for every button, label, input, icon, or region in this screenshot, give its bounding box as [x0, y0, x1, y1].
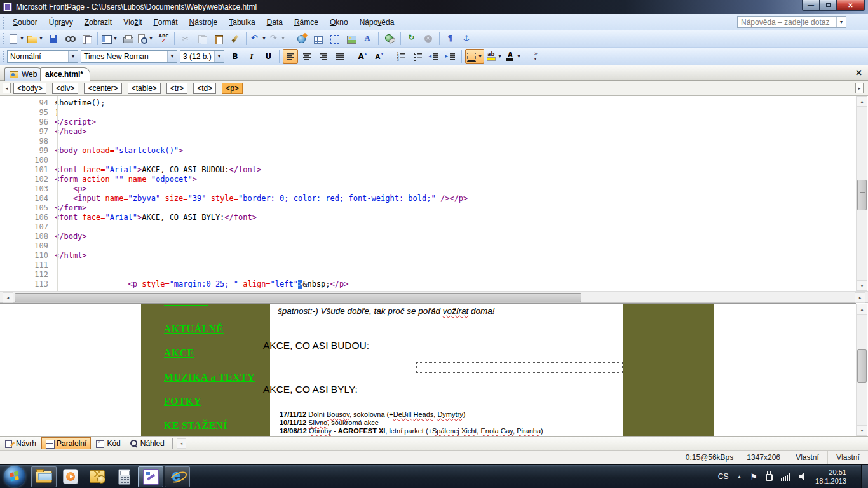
align-left-button[interactable]: [283, 49, 298, 64]
tag-center[interactable]: <center>: [84, 83, 121, 94]
menu-item[interactable]: Zobrazit: [79, 16, 118, 29]
toolbar-grip[interactable]: [2, 16, 5, 29]
preview-view-button[interactable]: Náhled: [126, 437, 168, 449]
tag-scroll-left-icon[interactable]: ◂: [3, 83, 11, 93]
bookmark-button[interactable]: [459, 31, 475, 46]
dropdown-arrow-icon[interactable]: [261, 31, 268, 46]
dropdown-arrow-icon[interactable]: [37, 31, 44, 46]
align-right-button[interactable]: [316, 49, 331, 64]
font-size-select[interactable]: 3 (12 b.): [180, 50, 224, 63]
dropdown-arrow-icon[interactable]: [477, 49, 484, 64]
split-view-button[interactable]: Paralelní: [41, 437, 91, 449]
code-horizontal-scrollbar[interactable]: ◂ ▸: [0, 291, 868, 303]
menu-item[interactable]: Rámce: [288, 16, 324, 29]
nav-link[interactable]: AKCE: [164, 348, 194, 359]
menu-item[interactable]: Data: [261, 16, 288, 29]
print-preview-button[interactable]: [137, 31, 154, 46]
code-editor-pane[interactable]: 94showtime();95}96</script>97</head>9899…: [0, 96, 856, 291]
menu-item[interactable]: Nápověda: [354, 16, 400, 29]
insert-picture-button[interactable]: [343, 31, 358, 46]
code-vertical-scrollbar[interactable]: ▴ ▾: [856, 96, 867, 291]
design-vertical-scrollbar[interactable]: ▴ ▾: [856, 304, 867, 436]
calculator-taskbar-button[interactable]: [111, 466, 137, 487]
insert-table-button[interactable]: [310, 31, 325, 46]
countdown-form-field[interactable]: [416, 362, 623, 373]
spelling-button[interactable]: [156, 31, 171, 46]
indent-button[interactable]: [443, 49, 458, 64]
dropdown-arrow-icon[interactable]: [147, 31, 154, 46]
close-button[interactable]: ✕: [837, 0, 865, 11]
nav-link[interactable]: KE STAŽENÍ: [164, 420, 227, 431]
refresh-button[interactable]: [404, 31, 419, 46]
borders-button[interactable]: [465, 49, 484, 64]
shrink-font-button[interactable]: [371, 49, 386, 64]
tab-akce-html[interactable]: akce.html*: [40, 67, 90, 81]
format-painter-button[interactable]: [227, 31, 243, 46]
scroll-down-icon[interactable]: ▾: [857, 280, 867, 291]
clock[interactable]: 20:51 18.1.2013: [815, 468, 846, 485]
windows-explorer-taskbar-button[interactable]: [31, 466, 57, 487]
toolbar-grip[interactable]: [2, 50, 5, 64]
outdent-button[interactable]: [426, 49, 442, 64]
volume-speaker-icon[interactable]: [799, 473, 807, 481]
frontpage-taskbar-button[interactable]: [138, 466, 163, 487]
design-vscroll-thumb[interactable]: [857, 349, 867, 383]
highlight-button[interactable]: [485, 49, 503, 64]
menu-item[interactable]: Úpravy: [43, 16, 79, 29]
outlook-taskbar-button[interactable]: [85, 466, 110, 487]
code-hscroll-thumb[interactable]: [15, 293, 581, 302]
tag-td[interactable]: <td>: [193, 83, 216, 94]
menu-item[interactable]: Soubor: [7, 16, 43, 29]
design-view-button[interactable]: Návrh: [1, 437, 40, 449]
hyperlink-button[interactable]: [382, 31, 397, 46]
drawing-button[interactable]: [360, 31, 375, 46]
web-component-button[interactable]: [294, 31, 309, 46]
bullet-list-button[interactable]: [410, 49, 425, 64]
media-player-taskbar-button[interactable]: [58, 466, 83, 487]
italic-button[interactable]: [244, 49, 259, 64]
design-view-pane[interactable]: KAPELAAKTUÁLNĚAKCEMUZIKA a TEXTYFOTKYKE …: [0, 303, 856, 436]
numbered-list-button[interactable]: [393, 49, 409, 64]
design-scroll-left-icon[interactable]: ◂: [177, 438, 186, 449]
paste-button[interactable]: [211, 31, 226, 46]
action-center-flag-icon[interactable]: ⚑: [750, 472, 757, 482]
menu-item[interactable]: Formát: [147, 16, 183, 29]
network-signal-icon[interactable]: [781, 473, 790, 481]
menu-item[interactable]: Nástroje: [184, 16, 224, 29]
font-select[interactable]: Times New Roman: [81, 50, 177, 63]
nav-link[interactable]: KAPELA: [164, 303, 208, 307]
nav-link[interactable]: MUZIKA a TEXTY: [164, 372, 255, 383]
style-select[interactable]: Normální: [7, 50, 78, 63]
find-button[interactable]: [62, 31, 78, 46]
tag-tr[interactable]: <tr>: [166, 83, 187, 94]
print-button[interactable]: [120, 31, 135, 46]
show-desktop-button[interactable]: [861, 465, 868, 488]
chevron-down-icon[interactable]: [167, 51, 177, 62]
tag-div[interactable]: <div>: [52, 83, 78, 94]
start-button[interactable]: [4, 466, 25, 487]
tag-table[interactable]: <table>: [128, 83, 161, 94]
dropdown-arrow-icon[interactable]: [18, 31, 25, 46]
dropdown-arrow-icon[interactable]: [112, 31, 119, 46]
tag-body[interactable]: <body>: [13, 83, 46, 94]
undo-button[interactable]: [250, 31, 268, 46]
scroll-right-icon[interactable]: ▸: [855, 292, 865, 303]
save-button[interactable]: [46, 31, 61, 46]
tag-scroll-right-icon[interactable]: ▸: [855, 83, 864, 93]
nav-link[interactable]: FOTKY: [164, 396, 201, 407]
dropdown-arrow-icon[interactable]: [496, 49, 503, 64]
toggle-pane-button[interactable]: [101, 31, 119, 46]
bold-button[interactable]: [227, 49, 243, 64]
tag-p[interactable]: <p>: [222, 83, 243, 94]
chevron-down-icon[interactable]: [68, 51, 78, 62]
dropdown-arrow-icon[interactable]: [280, 31, 287, 46]
show-hidden-icons-icon[interactable]: ▲: [736, 474, 742, 480]
close-page-icon[interactable]: ✕: [855, 69, 862, 77]
restore-button[interactable]: [820, 0, 837, 11]
scroll-up-icon[interactable]: ▴: [857, 304, 867, 315]
align-center-button[interactable]: [299, 49, 315, 64]
font-color-button[interactable]: [505, 49, 522, 64]
show-formatting-button[interactable]: [443, 31, 458, 46]
help-search-box[interactable]: Nápověda – zadejte dotaz ▾: [737, 16, 846, 28]
overflow-button[interactable]: [529, 49, 545, 64]
